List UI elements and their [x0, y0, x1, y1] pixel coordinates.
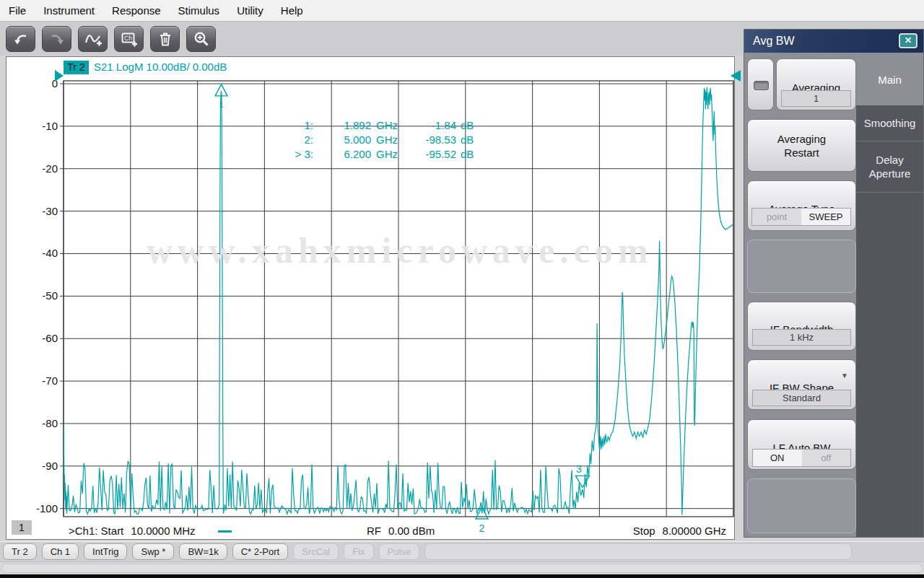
y-axis-tick-label: -100	[36, 502, 58, 514]
stimulus-start-label[interactable]: >Ch1: Start10.0000 MHz	[69, 525, 196, 537]
close-icon[interactable]: ✕	[899, 33, 918, 48]
menu-item-instrument[interactable]: Instrument	[43, 4, 95, 17]
panel-title: Avg BW	[744, 35, 795, 48]
avg-bw-panel: Avg BW ✕ MainSmoothingDelay Aperture Ave…	[744, 29, 924, 538]
statusbar-button-ch-1[interactable]: Ch 1	[42, 543, 79, 560]
statusbar-button-srccal[interactable]: SrcCal	[293, 543, 339, 560]
marker-frequency-unit: GHz	[371, 133, 401, 146]
tab-smoothing[interactable]: Smoothing	[856, 105, 923, 141]
marker-value-unit: dB	[456, 148, 474, 160]
lf-auto-bw-option-on[interactable]: ON	[753, 450, 802, 466]
delete-icon	[157, 30, 174, 48]
marker-1-label: 1	[219, 100, 224, 109]
marker-readout-row-3: > 3:6.200GHz-95.52dB	[283, 146, 474, 161]
zoom-in-icon	[193, 30, 210, 48]
chevron-down-icon: ▼	[841, 372, 848, 380]
blank-disabled-button-1	[747, 240, 856, 293]
tab-main[interactable]: Main	[856, 54, 923, 105]
marker-2-label: 2	[479, 522, 485, 534]
marker-frequency: 1.892	[313, 119, 371, 131]
panel-tab-column: MainSmoothingDelay Aperture	[856, 54, 923, 537]
menu-item-stimulus[interactable]: Stimulus	[178, 4, 220, 17]
statusbar-button-tr-2[interactable]: Tr 2	[3, 543, 37, 560]
tab-label: Delay Aperture	[862, 153, 918, 180]
marker-frequency-unit: GHz	[371, 148, 401, 160]
redo-button[interactable]	[42, 26, 71, 52]
marker-3-label: 3	[576, 463, 582, 475]
menu-bar: FileInstrumentResponseStimulusUtilityHel…	[0, 0, 924, 21]
svg-text:Ch: Ch	[124, 34, 132, 41]
ref-level-indicator-right	[731, 70, 741, 82]
menu-item-response[interactable]: Response	[112, 4, 161, 17]
marker-value: -1.84	[401, 119, 456, 131]
marker-readout-row-1: 1:1.892GHz-1.84dB	[283, 118, 474, 132]
tab-label: Smoothing	[864, 116, 916, 130]
trace-color-legend-dash	[218, 530, 232, 533]
y-axis-tick-label: -60	[42, 332, 58, 344]
statusbar-button-bw-1k[interactable]: BW=1k	[179, 543, 227, 560]
statusbar-button-c-2-port[interactable]: C* 2-Port	[232, 543, 288, 560]
marker-frequency-unit: GHz	[371, 119, 401, 131]
menu-item-help[interactable]: Help	[281, 4, 303, 17]
active-trace-badge[interactable]: Tr 2	[64, 61, 89, 74]
menu-item-file[interactable]: File	[9, 4, 26, 17]
add-trace-button[interactable]	[78, 26, 108, 52]
y-axis-tick-label: -80	[42, 417, 58, 429]
redo-icon	[48, 30, 66, 48]
secondary-status-bar	[0, 561, 924, 574]
status-message-area	[1, 564, 923, 573]
marker-number: > 3:	[283, 148, 313, 160]
if-bandwidth-value[interactable]: 1 kHz	[752, 329, 851, 346]
averaging-restart-button[interactable]: Averaging Restart	[747, 119, 856, 172]
y-axis-tick-label: -20	[42, 162, 58, 175]
blank-disabled-button-2	[747, 478, 856, 533]
undo-icon	[12, 30, 30, 48]
marker-number: 1:	[283, 119, 313, 131]
stop-value: 8.00000 GHz	[663, 525, 726, 537]
marker-value-unit: dB	[456, 119, 474, 131]
y-axis-tick-label: -90	[42, 460, 58, 472]
rf-value: 0.00 dBm	[388, 525, 435, 537]
toggle-led-indicator	[754, 81, 769, 90]
marker-3-triangle[interactable]	[575, 476, 589, 487]
start-label: >Ch1: Start	[69, 525, 123, 537]
y-axis-tick-label: -40	[42, 247, 58, 259]
average-type-segmented-control: pointSWEEP	[751, 208, 851, 226]
tab-delay-aperture[interactable]: Delay Aperture	[856, 141, 923, 193]
menu-item-utility[interactable]: Utility	[237, 4, 263, 17]
panel-title-bar: Avg BW ✕	[744, 30, 923, 53]
window-bottom-edge	[0, 574, 924, 578]
add-channel-icon: Ch	[121, 30, 138, 48]
marker-readout-row-2: 2:5.000GHz-98.53dB	[283, 132, 474, 146]
add-trace-icon	[84, 30, 102, 48]
delete-button[interactable]	[150, 26, 180, 52]
y-axis-tick-label: -50	[42, 289, 58, 302]
statusbar-button-swp-[interactable]: Swp *	[132, 543, 174, 560]
add-channel-button[interactable]: Ch	[114, 26, 144, 52]
average-type-option-sweep[interactable]: SWEEP	[801, 209, 850, 225]
averaging-value[interactable]: 1	[781, 90, 851, 107]
lf-auto-bw-segmented-control: ONoff	[752, 449, 851, 467]
average-type-option-point[interactable]: point	[752, 209, 801, 225]
zoom-in-button[interactable]	[186, 26, 216, 52]
statusbar-button-pulse[interactable]: Pulse	[379, 543, 420, 560]
lf-auto-bw-option-off[interactable]: off	[802, 450, 851, 466]
rf-power-label[interactable]: RF0.00 dBm	[367, 525, 435, 537]
stimulus-stop-label[interactable]: Stop8.00000 GHz	[627, 525, 726, 537]
marker-frequency: 5.000	[313, 133, 371, 146]
marker-readout-table: 1:1.892GHz-1.84dB2:5.000GHz-98.53dB> 3:6…	[283, 118, 474, 161]
start-value: 10.0000 MHz	[131, 525, 195, 537]
undo-button[interactable]	[6, 26, 35, 52]
statusbar-button-fix[interactable]: Fix	[344, 543, 373, 560]
vna-application-window: FileInstrumentResponseStimulusUtilityHel…	[0, 0, 924, 578]
if-bw-shape-value[interactable]: Standard	[752, 390, 851, 406]
averaging-toggle-button[interactable]	[747, 58, 774, 110]
statusbar-button-inttrig[interactable]: IntTrig	[84, 543, 127, 560]
ref-level-indicator-left	[55, 70, 64, 82]
tab-label: Main	[878, 73, 902, 87]
channel-number-box[interactable]: 1	[12, 520, 32, 535]
averaging-restart-label: Averaging Restart	[766, 132, 838, 159]
y-axis-tick-label: -30	[42, 205, 58, 217]
marker-value: -98.53	[401, 133, 456, 146]
trace-settings-label[interactable]: S21 LogM 10.00dB/ 0.00dB	[94, 61, 227, 73]
